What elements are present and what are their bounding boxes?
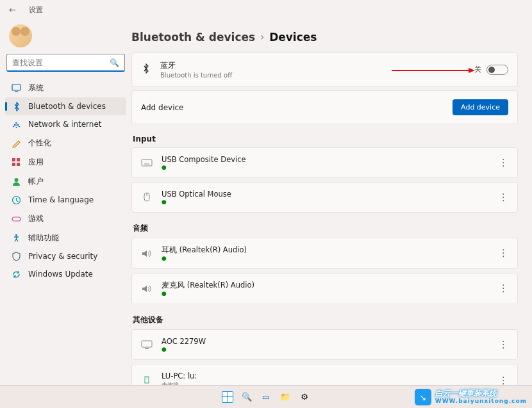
annotation-arrow — [392, 67, 475, 74]
user-avatar[interactable] — [9, 24, 32, 47]
breadcrumb-parent[interactable]: Bluetooth & devices — [131, 31, 255, 44]
nav-item-upd[interactable]: Windows Update — [5, 265, 126, 283]
breadcrumb: Bluetooth & devices › Devices — [131, 31, 518, 44]
bluetooth-card: 蓝牙 Bluetooth is turned off 关 — [131, 53, 518, 86]
nav-label: 帐户 — [28, 176, 44, 187]
bluetooth-icon — [141, 63, 151, 76]
kb-icon — [141, 158, 153, 167]
nav-item-sys[interactable]: 系统 — [5, 78, 126, 97]
svg-rect-4 — [17, 158, 20, 161]
settings-taskbar-icon[interactable]: ⚙ — [297, 389, 312, 405]
device-name: AOC 2279W — [162, 337, 206, 346]
time-icon — [12, 195, 21, 205]
device-menu-button[interactable]: ⋮ — [499, 249, 508, 258]
game-icon — [12, 214, 21, 224]
sound-icon — [141, 284, 153, 293]
nav-item-pers[interactable]: 个性化 — [5, 133, 126, 152]
section-title-audio: 音频 — [133, 223, 518, 234]
apps-icon — [12, 158, 21, 167]
upd-icon — [12, 270, 21, 279]
main-content: Bluetooth & devices › Devices 蓝牙 Bluetoo… — [131, 19, 532, 408]
nav-item-acc[interactable]: 辅助功能 — [5, 228, 126, 247]
nav-label: 个性化 — [28, 138, 51, 149]
add-device-card: Add device Add device — [131, 90, 518, 124]
nav-label: 游戏 — [28, 213, 44, 224]
device-name: 耳机 (Realtek(R) Audio) — [162, 245, 247, 255]
nav-list: 系统Bluetooth & devicesNetwork & internet个… — [5, 78, 126, 283]
bt-icon — [12, 102, 21, 111]
nav-item-priv[interactable]: Privacy & security — [5, 247, 126, 265]
svg-rect-3 — [12, 158, 15, 161]
net-icon — [12, 120, 21, 129]
device-name: LU-PC: lu: — [162, 371, 197, 380]
nav-label: 系统 — [28, 83, 44, 94]
chevron-right-icon: › — [260, 31, 264, 43]
mon-icon — [141, 340, 153, 349]
svg-point-20 — [146, 377, 147, 379]
svg-rect-17 — [142, 341, 152, 347]
add-device-label: Add device — [141, 103, 183, 112]
breadcrumb-current: Devices — [269, 31, 317, 44]
pc-icon — [141, 376, 153, 385]
svg-rect-13 — [142, 159, 152, 166]
device-menu-button[interactable]: ⋮ — [499, 284, 508, 293]
device-card[interactable]: AOC 2279W●⋮ — [131, 329, 518, 360]
search-field[interactable] — [12, 58, 110, 67]
search-input[interactable]: 🔍 — [6, 54, 125, 72]
priv-icon — [12, 252, 21, 261]
acct-icon — [12, 177, 21, 186]
pers-icon — [12, 138, 21, 148]
svg-rect-5 — [12, 163, 15, 166]
taskbar: 🔍 ▭ 📁 ⚙ — [0, 385, 532, 408]
explorer-icon[interactable]: 📁 — [278, 389, 293, 405]
svg-rect-6 — [17, 163, 20, 166]
sys-icon — [12, 83, 21, 93]
device-card[interactable]: 耳机 (Realtek(R) Audio)●⋮ — [131, 238, 518, 269]
add-device-button[interactable]: Add device — [453, 99, 508, 115]
svg-rect-0 — [12, 85, 21, 90]
bluetooth-subtitle: Bluetooth is turned off — [160, 72, 232, 79]
nav-label: 辅助功能 — [28, 233, 59, 243]
svg-point-10 — [15, 234, 17, 236]
device-menu-button[interactable]: ⋮ — [499, 376, 508, 386]
mouse-icon — [141, 193, 153, 202]
nav-label: Privacy & security — [28, 252, 97, 261]
nav-item-apps[interactable]: 应用 — [5, 152, 126, 172]
device-menu-button[interactable]: ⋮ — [499, 340, 508, 350]
nav-label: Network & internet — [28, 120, 102, 129]
nav-label: 应用 — [28, 157, 44, 168]
acc-icon — [12, 233, 21, 243]
nav-label: Windows Update — [28, 270, 93, 279]
window-title: 设置 — [29, 5, 43, 15]
back-button[interactable]: ← — [9, 5, 16, 15]
nav-item-acct[interactable]: 帐户 — [5, 172, 126, 191]
nav-item-net[interactable]: Network & internet — [5, 115, 126, 133]
nav-item-time[interactable]: Time & language — [5, 191, 126, 209]
sidebar: 🔍 系统Bluetooth & devicesNetwork & interne… — [0, 19, 131, 408]
nav-item-game[interactable]: 游戏 — [5, 209, 126, 228]
device-menu-button[interactable]: ⋮ — [499, 193, 508, 202]
device-name: USB Composite Device — [162, 155, 246, 164]
section-title-other: 其他设备 — [133, 314, 518, 325]
svg-point-7 — [15, 178, 19, 182]
device-menu-button[interactable]: ⋮ — [499, 158, 508, 168]
section-title-input: Input — [133, 135, 518, 143]
bluetooth-title: 蓝牙 — [160, 60, 232, 71]
search-icon: 🔍 — [110, 58, 119, 67]
toggle-state-label: 关 — [474, 65, 481, 74]
svg-point-2 — [16, 127, 17, 128]
sound-icon — [141, 249, 153, 258]
svg-rect-9 — [12, 217, 21, 221]
nav-label: Time & language — [28, 195, 94, 204]
bluetooth-toggle[interactable] — [486, 65, 508, 75]
start-button[interactable] — [220, 389, 235, 405]
nav-item-bt[interactable]: Bluetooth & devices — [5, 97, 126, 115]
nav-label: Bluetooth & devices — [28, 102, 106, 111]
device-name: 麦克风 (Realtek(R) Audio) — [162, 281, 254, 290]
taskbar-search-icon[interactable]: 🔍 — [239, 389, 254, 405]
device-card[interactable]: 麦克风 (Realtek(R) Audio)●⋮ — [131, 273, 518, 304]
device-card[interactable]: USB Optical Mouse●⋮ — [131, 182, 518, 213]
task-view-icon[interactable]: ▭ — [258, 389, 274, 405]
device-card[interactable]: USB Composite Device●⋮ — [131, 147, 518, 178]
device-name: USB Optical Mouse — [162, 190, 231, 199]
